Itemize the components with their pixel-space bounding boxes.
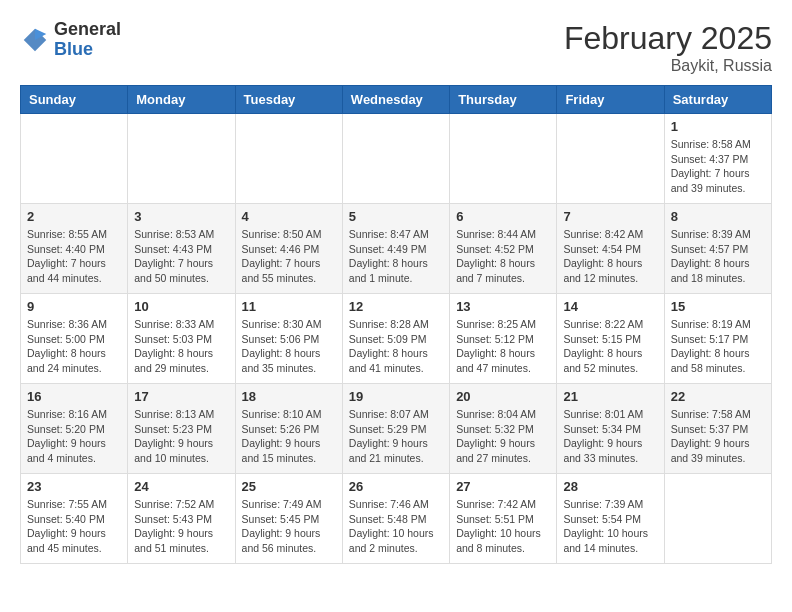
calendar-day: 3Sunrise: 8:53 AM Sunset: 4:43 PM Daylig…	[128, 204, 235, 294]
calendar-day: 13Sunrise: 8:25 AM Sunset: 5:12 PM Dayli…	[450, 294, 557, 384]
day-number: 13	[456, 299, 550, 314]
calendar-day: 21Sunrise: 8:01 AM Sunset: 5:34 PM Dayli…	[557, 384, 664, 474]
calendar-day: 6Sunrise: 8:44 AM Sunset: 4:52 PM Daylig…	[450, 204, 557, 294]
calendar-day: 1Sunrise: 8:58 AM Sunset: 4:37 PM Daylig…	[664, 114, 771, 204]
logo-text: General Blue	[54, 20, 121, 60]
day-number: 3	[134, 209, 228, 224]
calendar-day: 7Sunrise: 8:42 AM Sunset: 4:54 PM Daylig…	[557, 204, 664, 294]
day-info: Sunrise: 7:52 AM Sunset: 5:43 PM Dayligh…	[134, 497, 228, 556]
calendar-day	[664, 474, 771, 564]
day-info: Sunrise: 8:53 AM Sunset: 4:43 PM Dayligh…	[134, 227, 228, 286]
calendar-day: 28Sunrise: 7:39 AM Sunset: 5:54 PM Dayli…	[557, 474, 664, 564]
column-header-thursday: Thursday	[450, 86, 557, 114]
day-number: 24	[134, 479, 228, 494]
day-info: Sunrise: 8:16 AM Sunset: 5:20 PM Dayligh…	[27, 407, 121, 466]
title-block: February 2025 Baykit, Russia	[564, 20, 772, 75]
calendar-day: 26Sunrise: 7:46 AM Sunset: 5:48 PM Dayli…	[342, 474, 449, 564]
column-header-wednesday: Wednesday	[342, 86, 449, 114]
day-info: Sunrise: 8:42 AM Sunset: 4:54 PM Dayligh…	[563, 227, 657, 286]
day-info: Sunrise: 8:19 AM Sunset: 5:17 PM Dayligh…	[671, 317, 765, 376]
day-number: 12	[349, 299, 443, 314]
calendar-day: 11Sunrise: 8:30 AM Sunset: 5:06 PM Dayli…	[235, 294, 342, 384]
calendar-day: 19Sunrise: 8:07 AM Sunset: 5:29 PM Dayli…	[342, 384, 449, 474]
day-number: 22	[671, 389, 765, 404]
day-info: Sunrise: 7:58 AM Sunset: 5:37 PM Dayligh…	[671, 407, 765, 466]
logo: General Blue	[20, 20, 121, 60]
day-info: Sunrise: 8:55 AM Sunset: 4:40 PM Dayligh…	[27, 227, 121, 286]
day-info: Sunrise: 8:39 AM Sunset: 4:57 PM Dayligh…	[671, 227, 765, 286]
column-header-monday: Monday	[128, 86, 235, 114]
calendar-header-row: SundayMondayTuesdayWednesdayThursdayFrid…	[21, 86, 772, 114]
day-number: 15	[671, 299, 765, 314]
column-header-saturday: Saturday	[664, 86, 771, 114]
logo-blue: Blue	[54, 39, 93, 59]
calendar-week-row: 9Sunrise: 8:36 AM Sunset: 5:00 PM Daylig…	[21, 294, 772, 384]
day-number: 11	[242, 299, 336, 314]
day-number: 27	[456, 479, 550, 494]
day-number: 10	[134, 299, 228, 314]
calendar-day	[235, 114, 342, 204]
logo-icon	[20, 25, 50, 55]
calendar-day	[21, 114, 128, 204]
calendar-day: 15Sunrise: 8:19 AM Sunset: 5:17 PM Dayli…	[664, 294, 771, 384]
day-number: 1	[671, 119, 765, 134]
calendar-day	[342, 114, 449, 204]
day-number: 28	[563, 479, 657, 494]
calendar-day: 14Sunrise: 8:22 AM Sunset: 5:15 PM Dayli…	[557, 294, 664, 384]
day-number: 17	[134, 389, 228, 404]
day-info: Sunrise: 8:04 AM Sunset: 5:32 PM Dayligh…	[456, 407, 550, 466]
calendar-day: 16Sunrise: 8:16 AM Sunset: 5:20 PM Dayli…	[21, 384, 128, 474]
day-number: 5	[349, 209, 443, 224]
day-number: 25	[242, 479, 336, 494]
calendar-day: 24Sunrise: 7:52 AM Sunset: 5:43 PM Dayli…	[128, 474, 235, 564]
day-info: Sunrise: 8:30 AM Sunset: 5:06 PM Dayligh…	[242, 317, 336, 376]
day-number: 9	[27, 299, 121, 314]
day-info: Sunrise: 8:22 AM Sunset: 5:15 PM Dayligh…	[563, 317, 657, 376]
calendar-week-row: 2Sunrise: 8:55 AM Sunset: 4:40 PM Daylig…	[21, 204, 772, 294]
day-info: Sunrise: 8:36 AM Sunset: 5:00 PM Dayligh…	[27, 317, 121, 376]
day-info: Sunrise: 7:46 AM Sunset: 5:48 PM Dayligh…	[349, 497, 443, 556]
calendar-day: 4Sunrise: 8:50 AM Sunset: 4:46 PM Daylig…	[235, 204, 342, 294]
calendar-day: 27Sunrise: 7:42 AM Sunset: 5:51 PM Dayli…	[450, 474, 557, 564]
day-number: 23	[27, 479, 121, 494]
page-title: February 2025	[564, 20, 772, 57]
day-info: Sunrise: 8:33 AM Sunset: 5:03 PM Dayligh…	[134, 317, 228, 376]
page-subtitle: Baykit, Russia	[564, 57, 772, 75]
day-number: 16	[27, 389, 121, 404]
logo-general: General	[54, 19, 121, 39]
day-number: 14	[563, 299, 657, 314]
day-info: Sunrise: 7:42 AM Sunset: 5:51 PM Dayligh…	[456, 497, 550, 556]
day-info: Sunrise: 7:55 AM Sunset: 5:40 PM Dayligh…	[27, 497, 121, 556]
calendar-week-row: 23Sunrise: 7:55 AM Sunset: 5:40 PM Dayli…	[21, 474, 772, 564]
day-info: Sunrise: 8:44 AM Sunset: 4:52 PM Dayligh…	[456, 227, 550, 286]
day-info: Sunrise: 8:01 AM Sunset: 5:34 PM Dayligh…	[563, 407, 657, 466]
column-header-sunday: Sunday	[21, 86, 128, 114]
day-info: Sunrise: 8:47 AM Sunset: 4:49 PM Dayligh…	[349, 227, 443, 286]
calendar-day	[450, 114, 557, 204]
column-header-tuesday: Tuesday	[235, 86, 342, 114]
day-number: 20	[456, 389, 550, 404]
calendar-day: 22Sunrise: 7:58 AM Sunset: 5:37 PM Dayli…	[664, 384, 771, 474]
day-number: 7	[563, 209, 657, 224]
calendar-day: 23Sunrise: 7:55 AM Sunset: 5:40 PM Dayli…	[21, 474, 128, 564]
calendar-day: 2Sunrise: 8:55 AM Sunset: 4:40 PM Daylig…	[21, 204, 128, 294]
calendar-day	[128, 114, 235, 204]
day-number: 21	[563, 389, 657, 404]
calendar-day: 10Sunrise: 8:33 AM Sunset: 5:03 PM Dayli…	[128, 294, 235, 384]
page-header: General Blue February 2025 Baykit, Russi…	[20, 20, 772, 75]
day-info: Sunrise: 8:28 AM Sunset: 5:09 PM Dayligh…	[349, 317, 443, 376]
calendar-day: 25Sunrise: 7:49 AM Sunset: 5:45 PM Dayli…	[235, 474, 342, 564]
day-number: 19	[349, 389, 443, 404]
day-info: Sunrise: 8:58 AM Sunset: 4:37 PM Dayligh…	[671, 137, 765, 196]
calendar-day: 20Sunrise: 8:04 AM Sunset: 5:32 PM Dayli…	[450, 384, 557, 474]
calendar-week-row: 1Sunrise: 8:58 AM Sunset: 4:37 PM Daylig…	[21, 114, 772, 204]
calendar-day: 12Sunrise: 8:28 AM Sunset: 5:09 PM Dayli…	[342, 294, 449, 384]
day-info: Sunrise: 7:49 AM Sunset: 5:45 PM Dayligh…	[242, 497, 336, 556]
day-info: Sunrise: 8:50 AM Sunset: 4:46 PM Dayligh…	[242, 227, 336, 286]
day-number: 8	[671, 209, 765, 224]
calendar-table: SundayMondayTuesdayWednesdayThursdayFrid…	[20, 85, 772, 564]
calendar-day: 8Sunrise: 8:39 AM Sunset: 4:57 PM Daylig…	[664, 204, 771, 294]
day-info: Sunrise: 7:39 AM Sunset: 5:54 PM Dayligh…	[563, 497, 657, 556]
calendar-day	[557, 114, 664, 204]
calendar-day: 17Sunrise: 8:13 AM Sunset: 5:23 PM Dayli…	[128, 384, 235, 474]
